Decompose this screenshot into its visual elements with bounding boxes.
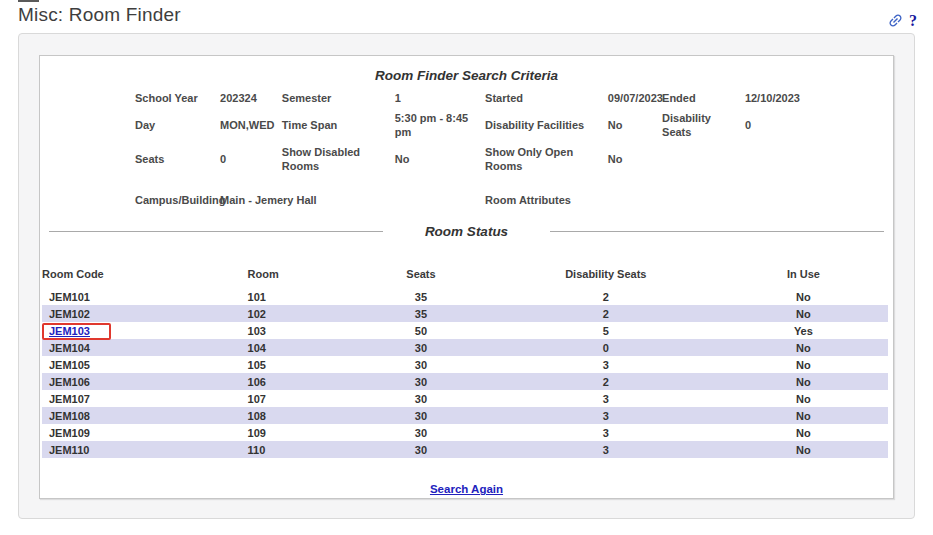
annotation-highlight-box: JEM103 [42,323,111,340]
criteria-value: No [395,142,485,176]
column-header-seats: Seats [349,268,493,288]
cropped-nav-remnant [18,0,39,2]
room-number: 105 [248,356,350,373]
seats-value: 30 [349,356,493,373]
room-row: JEM102102352No [42,305,888,322]
room-row: JEM109109303No [42,424,888,441]
room-row: JEM105105303No [42,356,888,373]
room-row: JEM103103505Yes [42,322,888,339]
seats-value: 30 [349,339,493,356]
seats-value: 50 [349,322,493,339]
criteria-value [608,190,888,210]
room-number: 109 [248,424,350,441]
criteria-label: Room Attributes [485,190,608,210]
in-use-value: No [719,390,888,407]
seats-value: 30 [349,390,493,407]
criteria-value: 12/10/2023 [745,88,888,108]
room-finder-report-box: Room Finder Search Criteria School Year … [39,55,894,499]
criteria-label: Started [485,88,608,108]
in-use-value: No [719,373,888,390]
room-status-divider: Room Status [49,224,884,239]
link-icon[interactable] [887,12,904,29]
room-table-header-row: Room Code Room Seats Disability Seats In… [42,268,888,288]
in-use-value: No [719,407,888,424]
seats-value: 30 [349,424,493,441]
in-use-value: No [719,288,888,305]
room-number: 108 [248,407,350,424]
room-status-table: Room Code Room Seats Disability Seats In… [42,268,888,458]
room-code-text: JEM108 [49,410,90,422]
criteria-label: Time Span [282,108,395,142]
room-row: JEM101101352No [42,288,888,305]
disability-seats-value: 3 [493,424,719,441]
criteria-label: Semester [282,88,395,108]
criteria-value: No [608,108,662,142]
room-code-text: JEM104 [49,342,90,354]
criteria-value: 09/07/2023 [608,88,662,108]
room-number: 103 [248,322,350,339]
criteria-value: 202324 [220,88,282,108]
seats-value: 30 [349,407,493,424]
column-header-in-use: In Use [719,268,888,288]
criteria-label: Show Disabled Rooms [282,142,395,176]
room-row: JEM108108303No [42,407,888,424]
criteria-label: Show Only Open Rooms [485,142,608,176]
criteria-section-title: Room Finder Search Criteria [40,68,893,83]
criteria-value: MON,WED [220,108,282,142]
disability-seats-value: 3 [493,407,719,424]
disability-seats-value: 3 [493,441,719,458]
header-icons: ? [887,4,917,29]
search-again-link[interactable]: Search Again [430,483,503,495]
content-panel: Room Finder Search Criteria School Year … [18,33,915,519]
disability-seats-value: 5 [493,322,719,339]
page-title: Misc: Room Finder [18,4,181,26]
seats-value: 30 [349,441,493,458]
criteria-label: Seats [135,142,220,176]
disability-seats-value: 3 [493,390,719,407]
disability-seats-value: 3 [493,356,719,373]
room-code-text: JEM106 [49,376,90,388]
room-number: 107 [248,390,350,407]
criteria-value: 1 [395,88,485,108]
room-number: 106 [248,373,350,390]
criteria-label: Ended [662,88,745,108]
room-row: JEM106106302No [42,373,888,390]
criteria-label [662,142,745,176]
criteria-value: No [608,142,662,176]
room-code-text: JEM110 [49,444,89,456]
criteria-label: School Year [135,88,220,108]
in-use-value: No [719,356,888,373]
room-code-text: JEM107 [49,393,90,405]
room-row: JEM110110303No [42,441,888,458]
page-header: Misc: Room Finder ? [0,0,933,29]
room-status-title: Room Status [425,224,508,239]
in-use-value: No [719,441,888,458]
seats-value: 35 [349,305,493,322]
disability-seats-value: 2 [493,305,719,322]
criteria-value [745,142,888,176]
room-code-text: JEM109 [49,427,90,439]
room-row: JEM104104300No [42,339,888,356]
disability-seats-value: 2 [493,373,719,390]
criteria-value: 0 [220,142,282,176]
criteria-label: Disability Seats [662,108,745,142]
in-use-value: No [719,339,888,356]
room-code-link[interactable]: JEM103 [49,325,90,337]
criteria-value: Main - Jemery Hall [220,190,485,210]
criteria-label: Disability Facilities [485,108,608,142]
divider-line [49,231,383,232]
column-header-disability-seats: Disability Seats [493,268,719,288]
criteria-label: Campus/Building [135,190,220,210]
in-use-value: No [719,424,888,441]
search-criteria-table: School Year 202324 Semester 1 Started 09… [135,88,888,210]
seats-value: 35 [349,288,493,305]
room-code-text: JEM102 [49,308,90,320]
search-again-container: Search Again [40,479,893,497]
room-number: 102 [248,305,350,322]
disability-seats-value: 0 [493,339,719,356]
in-use-value: Yes [719,322,888,339]
column-header-room-code: Room Code [42,268,248,288]
help-icon[interactable]: ? [909,13,917,29]
divider-line [550,231,884,232]
seats-value: 30 [349,373,493,390]
